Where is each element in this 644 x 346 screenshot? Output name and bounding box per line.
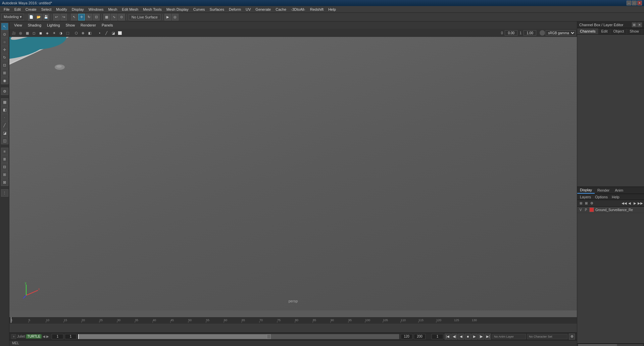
uvs-sel-btn[interactable]: ◫: [1, 137, 8, 144]
tab-anim[interactable]: Anim: [612, 187, 626, 193]
menu-create[interactable]: Create: [23, 7, 39, 12]
layer-color[interactable]: [589, 207, 594, 212]
translate-x-input[interactable]: [505, 30, 517, 36]
anim-set-btn[interactable]: ≡: [11, 334, 16, 339]
vp-menu-view[interactable]: View: [11, 22, 25, 28]
layer-opt-btn[interactable]: ⊟: [1, 163, 8, 170]
vp-wire-btn[interactable]: ◻: [31, 30, 37, 36]
vp-grid-btn[interactable]: ▦: [24, 30, 30, 36]
layer-scroll-next[interactable]: ▶: [633, 201, 637, 206]
menu-edit[interactable]: Edit: [12, 7, 23, 12]
menu-display[interactable]: Display: [69, 7, 86, 12]
range-end-thumb[interactable]: [267, 334, 271, 339]
vp-manip-btn[interactable]: ⊕: [80, 30, 86, 36]
menu-mesh[interactable]: Mesh: [106, 7, 119, 12]
soft-mod-btn[interactable]: ◉: [1, 77, 8, 84]
tab-display[interactable]: Display: [577, 187, 595, 194]
stop-btn[interactable]: ■: [465, 334, 471, 340]
panel-float-btn[interactable]: ⊞: [632, 22, 637, 27]
vp-face-btn[interactable]: ◪: [110, 30, 116, 36]
anim-prev-btn[interactable]: ◀: [43, 335, 45, 338]
layer-disp-btn[interactable]: ≡: [1, 148, 8, 155]
layer-attribs-btn[interactable]: ⚙: [589, 201, 594, 206]
vp-menu-show[interactable]: Show: [63, 22, 78, 28]
render-btn[interactable]: ▶: [164, 14, 171, 20]
vp-vert-btn[interactable]: •: [97, 30, 103, 36]
vp-menu-renderer[interactable]: Renderer: [78, 22, 99, 28]
vp-edge-btn[interactable]: ╱: [103, 30, 109, 36]
layer-v[interactable]: V: [579, 208, 583, 212]
show-manip-btn[interactable]: ⚙: [1, 88, 8, 95]
layers-menu-help[interactable]: Help: [610, 195, 621, 199]
rotate-tool-btn[interactable]: ↻: [86, 14, 92, 20]
tab-object[interactable]: Object: [610, 28, 627, 34]
vp-tex-btn[interactable]: ◈: [44, 30, 50, 36]
play-fwd-btn[interactable]: ▶: [472, 334, 478, 340]
edge-sel-btn[interactable]: ╱: [1, 121, 8, 129]
total-end-input[interactable]: [414, 334, 426, 339]
viewport-wrapper[interactable]: View Shading Lighting Show Renderer Pane…: [9, 21, 577, 317]
translate-y-input[interactable]: [524, 30, 536, 36]
tab-show[interactable]: Show: [627, 28, 642, 34]
anim-layer-selector[interactable]: No Anim Layer: [492, 334, 526, 339]
new-layer-btn[interactable]: ⊞: [579, 201, 583, 206]
playback-frame-display[interactable]: [432, 334, 443, 339]
layer-key-btn[interactable]: ≣: [1, 155, 8, 163]
vert-sel-btn[interactable]: ·: [1, 114, 8, 121]
ipr-btn[interactable]: ◎: [172, 14, 179, 20]
layers-menu-layers[interactable]: Layers: [579, 195, 592, 199]
tab-edit[interactable]: Edit: [598, 28, 610, 34]
menu-curves[interactable]: Curves: [191, 7, 207, 12]
layers-scrollbar[interactable]: [577, 343, 644, 346]
menu-generate[interactable]: Generate: [253, 7, 273, 12]
select-tool-btn[interactable]: ↖: [71, 14, 78, 20]
select-btn[interactable]: ↖: [1, 23, 8, 30]
move-tool-btn[interactable]: ✛: [78, 14, 85, 20]
layer-scroll-right[interactable]: ▶▶: [638, 201, 643, 206]
vp-menu-panels[interactable]: Panels: [99, 22, 116, 28]
grid-btn[interactable]: ▦: [1, 98, 8, 106]
vp-cam-btn[interactable]: 🎥: [11, 30, 17, 36]
vp-shadow-btn[interactable]: ◑: [58, 30, 64, 36]
layer-item[interactable]: V P Ground_Surveillance_Re: [577, 207, 644, 213]
scale-btn[interactable]: ⊡: [1, 61, 8, 69]
range-end-input[interactable]: [401, 334, 412, 339]
close-button[interactable]: ✕: [637, 1, 642, 5]
vp-menu-lighting[interactable]: Lighting: [44, 22, 63, 28]
vp-obj-btn[interactable]: ◎: [17, 30, 23, 36]
vp-xray-btn[interactable]: ⬚: [64, 30, 70, 36]
range-bar[interactable]: [78, 334, 399, 339]
menu-redshift[interactable]: Redshift: [308, 7, 326, 12]
obj-sel-btn[interactable]: ◧: [1, 106, 8, 113]
scale-tool-btn[interactable]: ⊡: [93, 14, 100, 20]
3d-canvas[interactable]: x y z persp: [9, 37, 577, 310]
menu-uv[interactable]: UV: [243, 7, 253, 12]
layers-menu-options[interactable]: Options: [594, 195, 609, 199]
layer-rem-btn[interactable]: ⊠: [1, 179, 8, 186]
menu-windows[interactable]: Windows: [86, 7, 106, 12]
snap-grid-btn[interactable]: ▦: [103, 14, 110, 20]
range-start-input[interactable]: [65, 334, 77, 339]
vp-hud-btn[interactable]: ◧: [87, 30, 93, 36]
snap-curve-btn[interactable]: ∿: [111, 14, 117, 20]
move-btn[interactable]: ✛: [1, 46, 8, 53]
undo-btn[interactable]: ↩: [53, 14, 60, 20]
tab-render[interactable]: Render: [595, 187, 612, 193]
vp-menu-shading[interactable]: Shading: [25, 22, 44, 28]
play-back-btn[interactable]: ◀: [458, 334, 464, 340]
color-mode-btn[interactable]: [540, 30, 545, 36]
panel-close-btn[interactable]: ✕: [637, 22, 642, 27]
universal-manip-btn[interactable]: ⊞: [1, 69, 8, 77]
menu-cache[interactable]: Cache: [273, 7, 289, 12]
menu-file[interactable]: File: [1, 7, 12, 12]
del-layer-btn[interactable]: ⊠: [584, 201, 589, 206]
step-back-btn[interactable]: ◀|: [451, 334, 457, 340]
menu-3dtoall[interactable]: -3DtoAll-: [289, 7, 308, 12]
current-frame-input[interactable]: [52, 334, 63, 339]
snap-point-btn[interactable]: ⊙: [118, 14, 125, 20]
face-sel-btn[interactable]: ◪: [1, 129, 8, 137]
scroll-thumb[interactable]: [578, 344, 617, 346]
save-scene-btn[interactable]: 💾: [43, 14, 49, 20]
vp-uv-btn[interactable]: ⬜: [117, 30, 123, 36]
menu-modify[interactable]: Modify: [54, 7, 69, 12]
